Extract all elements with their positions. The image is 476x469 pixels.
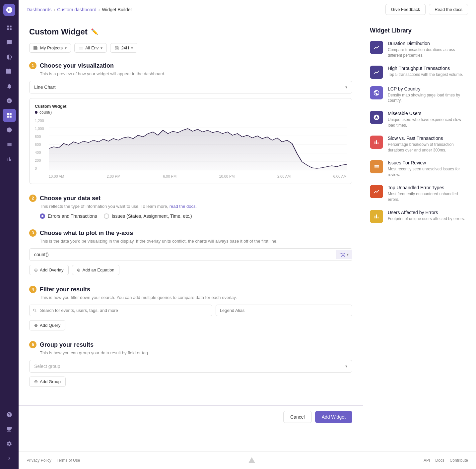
widget-item-4[interactable]: Slow vs. Fast Transactions Percentage br…: [370, 136, 469, 153]
top-header: Dashboards › Custom dashboard › Widget B…: [19, 0, 476, 19]
legend-alias-input[interactable]: [216, 305, 352, 316]
footer-docs-link[interactable]: Docs: [435, 458, 444, 463]
add-equation-button[interactable]: ⊕ Add an Equation: [72, 265, 119, 275]
widget-item-1[interactable]: High Throughput Transactions Top 5 trans…: [370, 66, 469, 79]
add-group-label: Add Group: [40, 379, 61, 384]
widget-info-3: Miserable Users Unique users who have ex…: [388, 111, 469, 128]
sidebar-item-discover[interactable]: [3, 94, 16, 107]
cancel-button[interactable]: Cancel: [283, 411, 312, 423]
time-filter[interactable]: 24H ▾: [110, 43, 137, 53]
chart-type-dropdown[interactable]: Line Chart ▾: [29, 81, 352, 93]
read-docs-button[interactable]: Read the docs: [429, 4, 468, 15]
search-icon: [33, 308, 37, 313]
step-4-num: 4: [29, 286, 36, 293]
y-label-5: 200: [35, 158, 49, 162]
legend-dot: [35, 111, 37, 114]
widget-name-5: Issues For Review: [388, 160, 469, 165]
footer-terms-link[interactable]: Terms of Use: [57, 458, 80, 463]
step-2-title: Choose your data set: [40, 195, 101, 202]
filter-btn-row: ⊕ Add Query: [29, 320, 352, 330]
step-2-docs-link[interactable]: read the docs.: [170, 204, 197, 209]
y-label-6: 0: [35, 166, 49, 170]
filter-search-input[interactable]: [29, 305, 212, 316]
widget-info-2: LCP by Country Density map showing page …: [388, 86, 469, 104]
breadcrumb-custom-dashboard[interactable]: Custom dashboard: [57, 7, 96, 12]
app-logo[interactable]: [3, 4, 15, 16]
widget-info-1: High Throughput Transactions Top 5 trans…: [388, 66, 463, 78]
widget-name-3: Miserable Users: [388, 111, 469, 116]
widget-name-4: Slow vs. Fast Transactions: [388, 136, 469, 141]
svg-rect-5: [79, 47, 83, 47]
sidebar-item-analytics[interactable]: [3, 152, 16, 166]
yaxis-btn-row: ⊕ Add Overlay ⊕ Add an Equation: [29, 265, 352, 275]
breadcrumb-current: Widget Builder: [102, 7, 132, 12]
sidebar-item-profiling[interactable]: [3, 123, 16, 137]
widget-item-6[interactable]: Top Unhandled Error Types Most frequentl…: [370, 185, 469, 203]
breadcrumb-dashboards[interactable]: Dashboards: [27, 7, 52, 12]
sidebar-item-home[interactable]: [3, 21, 16, 34]
give-feedback-button[interactable]: Give Feedback: [385, 4, 426, 15]
add-equation-label: Add an Equation: [83, 267, 114, 272]
radio-errors-transactions[interactable]: Errors and Transactions: [40, 213, 97, 219]
widget-info-7: Users Affected by Errors Footprint of un…: [388, 210, 465, 222]
step-1-header: 1 Choose your visualization: [29, 62, 352, 69]
sidebar-item-issues[interactable]: [3, 36, 16, 49]
widget-item-2[interactable]: LCP by Country Density map showing page …: [370, 86, 469, 104]
add-query-button[interactable]: ⊕ Add Query: [29, 320, 65, 330]
widget-desc-6: Most frequently encountered unhandled er…: [388, 191, 469, 203]
widget-item-0[interactable]: Duration Distribution Compare transactio…: [370, 41, 469, 58]
yaxis-function-tag[interactable]: f(x) ▾: [336, 250, 352, 259]
sidebar-item-performance[interactable]: [3, 50, 16, 64]
footer-privacy-link[interactable]: Privacy Policy: [27, 458, 51, 463]
sidebar-item-metrics[interactable]: [3, 138, 16, 151]
x-label-1: 2:00 PM: [107, 174, 120, 178]
group-select-dropdown[interactable]: Select group ▾: [29, 360, 352, 373]
widget-icon-5: [370, 160, 383, 173]
step-4-header: 4 Filter your results: [29, 286, 352, 293]
sidebar-item-dashboards[interactable]: [3, 109, 16, 122]
sidebar-item-help[interactable]: [3, 408, 16, 421]
env-filter[interactable]: All Env ▾: [74, 43, 107, 53]
add-widget-button[interactable]: Add Widget: [315, 411, 352, 423]
step-2-desc: This reflects the type of information yo…: [40, 204, 352, 209]
widget-info-5: Issues For Review Most recently seen unr…: [388, 160, 469, 178]
widget-info-4: Slow vs. Fast Transactions Percentage br…: [388, 136, 469, 153]
step-1-title: Choose your visualization: [40, 62, 114, 69]
radio-circle-empty: [104, 213, 109, 219]
add-overlay-button[interactable]: ⊕ Add Overlay: [29, 265, 69, 275]
sidebar-item-settings[interactable]: [3, 437, 16, 450]
add-query-icon: ⊕: [34, 323, 38, 328]
widget-desc-1: Top 5 transactions with the largest volu…: [388, 72, 463, 78]
step-3-title: Choose what to plot in the y-axis: [40, 230, 133, 237]
filter-bar: My Projects ▾ All Env ▾ 24H ▾: [29, 43, 352, 53]
step-2-num: 2: [29, 195, 36, 202]
y-label-4: 400: [35, 150, 49, 154]
footer-contribute-link[interactable]: Contribute: [450, 458, 468, 463]
page-title-text: Custom Widget: [29, 27, 88, 36]
svg-rect-2: [7, 29, 9, 30]
y-label-2: 800: [35, 135, 49, 139]
svg-rect-3: [10, 29, 12, 30]
yaxis-tag-chevron: ▾: [347, 252, 349, 257]
widget-name-7: Users Affected by Errors: [388, 210, 465, 215]
widget-item-5[interactable]: Issues For Review Most recently seen unr…: [370, 160, 469, 178]
widget-name-1: High Throughput Transactions: [388, 66, 463, 71]
yaxis-input[interactable]: [30, 249, 336, 261]
project-filter[interactable]: My Projects ▾: [29, 43, 71, 53]
sidebar-item-expand[interactable]: [3, 452, 16, 465]
step-3-desc: This is the data you'd be visualizing in…: [40, 239, 352, 244]
widget-item-3[interactable]: Miserable Users Unique users who have ex…: [370, 111, 469, 128]
radio-issues[interactable]: Issues (States, Assignment, Time, etc.): [104, 213, 192, 219]
sidebar-item-broadcast[interactable]: [3, 423, 16, 436]
footer-api-link[interactable]: API: [424, 458, 430, 463]
widget-desc-3: Unique users who have experienced slow l…: [388, 117, 469, 128]
step-3-header: 3 Choose what to plot in the y-axis: [29, 229, 352, 237]
sidebar-item-projects[interactable]: [3, 65, 16, 78]
edit-title-icon[interactable]: ✏️: [91, 28, 98, 35]
widget-item-7[interactable]: Users Affected by Errors Footprint of un…: [370, 210, 469, 223]
main-panel: Custom Widget ✏️ My Projects ▾ All Env ▾: [19, 19, 363, 451]
widget-icon-6: [370, 185, 383, 198]
breadcrumb-sep-1: ›: [54, 7, 55, 12]
add-group-button[interactable]: ⊕ Add Group: [29, 377, 66, 387]
sidebar-item-alerts[interactable]: [3, 80, 16, 93]
